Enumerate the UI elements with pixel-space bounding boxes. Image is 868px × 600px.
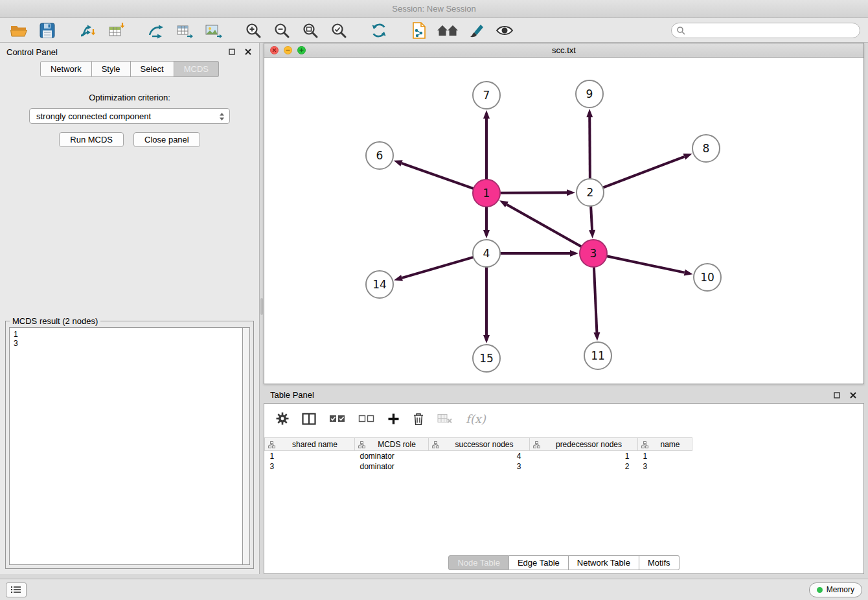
table-panel: f(x) shared nameMCDS rolesuccessor nodes… (264, 403, 864, 574)
select-all-icon[interactable] (329, 414, 345, 423)
view-group (408, 21, 516, 40)
main-toolbar (0, 18, 868, 43)
memory-status-dot-icon (817, 587, 823, 593)
column-header[interactable]: successor nodes (429, 438, 530, 451)
edge-arrowhead-icon (483, 335, 490, 343)
node-table-wrap: shared nameMCDS rolesuccessor nodesprede… (264, 437, 863, 472)
table-toolbar: f(x) (264, 404, 863, 433)
graph-node-3[interactable]: 3 (580, 240, 607, 267)
unselect-all-icon[interactable] (358, 414, 374, 423)
delete-row-trash-icon[interactable] (413, 412, 424, 426)
network-graph[interactable]: 7968124314101511 (264, 58, 863, 384)
import-group (76, 21, 127, 40)
network-window-title: scc.txt (552, 45, 576, 55)
open-session-icon[interactable] (8, 21, 30, 40)
column-tree-icon (641, 441, 648, 448)
graph-edge-3-10[interactable] (607, 256, 685, 272)
new-network-document-icon[interactable] (408, 21, 430, 40)
graph-edge-1-6[interactable] (402, 163, 474, 189)
table-settings-gear-icon[interactable] (276, 412, 289, 425)
window-titlebar: Session: New Session (0, 0, 868, 18)
column-header[interactable]: name (638, 438, 692, 451)
network-tools-group (145, 21, 224, 40)
control-panel-tabs: Network Style Select MCDS (0, 61, 259, 77)
save-session-icon[interactable] (36, 21, 58, 40)
maximize-window-icon[interactable] (297, 46, 306, 54)
zoom-fit-icon[interactable] (299, 21, 321, 40)
result-scrollbar[interactable] (242, 327, 250, 565)
graph-edge-2-9[interactable] (589, 117, 590, 179)
add-row-icon[interactable] (387, 413, 400, 425)
svg-text:6: 6 (376, 149, 383, 162)
import-network-icon[interactable] (76, 21, 98, 40)
show-hide-icon[interactable] (494, 21, 516, 40)
graph-node-4[interactable]: 4 (473, 240, 500, 267)
close-panel-icon[interactable] (244, 47, 253, 56)
svg-text:14: 14 (372, 278, 387, 291)
minimize-window-icon[interactable] (284, 46, 292, 54)
zoom-out-icon[interactable] (271, 21, 293, 40)
memory-button[interactable]: Memory (809, 583, 862, 597)
tab-node-table[interactable]: Node Table (448, 555, 509, 570)
graph-edge-2-8[interactable] (603, 157, 685, 188)
graph-node-6[interactable]: 6 (366, 142, 393, 169)
mcds-result-text[interactable]: 1 3 (9, 327, 242, 565)
graph-edge-3-1[interactable] (507, 205, 581, 247)
apply-style-icon[interactable] (465, 21, 487, 40)
graph-node-1[interactable]: 1 (473, 179, 500, 207)
node-table-header-row: shared nameMCDS rolesuccessor nodesprede… (265, 438, 692, 451)
control-panel-title: Control Panel (6, 47, 58, 57)
graph-edge-4-14[interactable] (402, 257, 474, 278)
tab-network-table[interactable]: Network Table (569, 555, 639, 570)
column-tree-icon (268, 441, 275, 448)
edge-arrowhead-icon (483, 110, 490, 119)
criterion-dropdown[interactable]: strongly connected component (29, 108, 230, 124)
float-table-panel-icon[interactable] (832, 391, 841, 400)
network-window-titlebar[interactable]: scc.txt (264, 43, 863, 58)
tab-style[interactable]: Style (92, 61, 131, 77)
tab-network[interactable]: Network (40, 61, 92, 77)
tab-mcds[interactable]: MCDS (174, 61, 219, 77)
refresh-layout-icon[interactable] (368, 21, 390, 40)
search-icon (676, 26, 685, 35)
close-table-panel-icon[interactable] (849, 391, 858, 400)
session-group (8, 21, 58, 40)
column-header[interactable]: predecessor nodes (530, 438, 638, 451)
tab-select[interactable]: Select (131, 61, 174, 77)
zoom-in-icon[interactable] (242, 21, 264, 40)
graph-node-11[interactable]: 11 (584, 342, 611, 369)
graph-node-14[interactable]: 14 (366, 271, 393, 298)
column-header[interactable]: shared name (265, 438, 355, 451)
tab-edge-table[interactable]: Edge Table (509, 555, 569, 570)
graph-edge-1-2[interactable] (500, 192, 567, 193)
graph-node-2[interactable]: 2 (577, 179, 604, 206)
column-tree-icon (533, 441, 540, 448)
graph-node-15[interactable]: 15 (473, 345, 500, 372)
tab-motifs[interactable]: Motifs (639, 555, 680, 570)
zoom-selected-icon[interactable] (328, 21, 350, 40)
graph-node-8[interactable]: 8 (692, 135, 720, 162)
graph-edge-3-11[interactable] (594, 267, 597, 332)
table-row[interactable]: 1dominator411 (265, 451, 692, 461)
home-layout-icon[interactable] (437, 21, 459, 40)
export-table-icon[interactable] (174, 21, 196, 40)
edge-arrowhead-icon (394, 275, 403, 281)
graph-node-7[interactable]: 7 (473, 82, 500, 109)
search-input[interactable] (671, 23, 860, 38)
graph-edge-2-3[interactable] (591, 206, 592, 230)
column-header[interactable]: MCDS role (355, 438, 429, 451)
graph-node-10[interactable]: 10 (694, 264, 721, 291)
close-panel-button[interactable]: Close panel (133, 132, 200, 147)
import-table-icon[interactable] (105, 21, 127, 40)
close-window-icon[interactable] (270, 46, 279, 54)
table-row[interactable]: 3dominator323 (265, 461, 692, 472)
run-mcds-button[interactable]: Run MCDS (59, 132, 124, 147)
graph-node-9[interactable]: 9 (576, 80, 603, 108)
network-arrows-icon[interactable] (145, 21, 167, 40)
float-panel-icon[interactable] (227, 47, 236, 56)
split-panel-icon[interactable] (302, 413, 316, 425)
task-history-button[interactable] (6, 583, 27, 597)
export-image-icon[interactable] (202, 21, 224, 40)
edge-arrowhead-icon (683, 154, 692, 159)
splitter-grip[interactable] (260, 298, 263, 315)
